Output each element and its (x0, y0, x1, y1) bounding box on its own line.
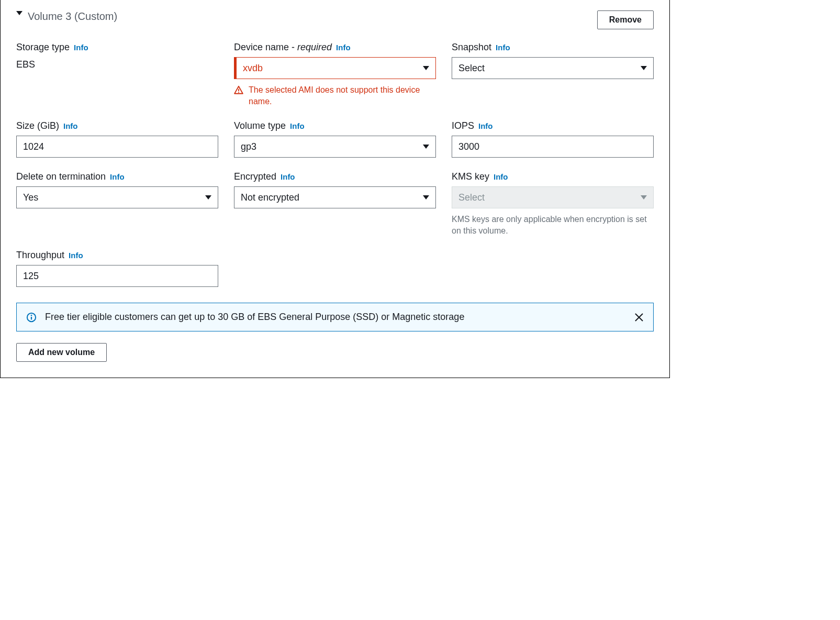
encrypted-field: Encrypted Info Not encrypted (234, 171, 436, 236)
size-input[interactable]: 1024 (16, 136, 218, 158)
throughput-info-link[interactable]: Info (69, 251, 83, 260)
encrypted-select[interactable]: Not encrypted (234, 186, 436, 208)
device-name-select[interactable]: xvdb (234, 57, 436, 79)
device-name-field: Device name - required Info xvdb The sel… (234, 42, 436, 107)
kms-key-help-text: KMS keys are only applicable when encryp… (452, 214, 654, 236)
encrypted-value: Not encrypted (241, 192, 299, 203)
add-new-volume-button[interactable]: Add new volume (16, 343, 107, 362)
collapse-caret-icon[interactable] (16, 11, 23, 15)
panel-header: Volume 3 (Custom) Remove (1, 0, 669, 35)
chevron-down-icon (205, 195, 211, 200)
volume-type-info-link[interactable]: Info (290, 121, 305, 130)
chevron-down-icon (423, 195, 429, 200)
encrypted-info-link[interactable]: Info (281, 172, 295, 181)
kms-key-field: KMS key Info Select KMS keys are only ap… (452, 171, 654, 236)
throughput-label: Throughput (16, 250, 64, 261)
panel-header-left: Volume 3 (Custom) (16, 10, 117, 23)
device-name-value: xvdb (243, 63, 263, 74)
iops-value: 3000 (458, 141, 479, 152)
iops-field: IOPS Info 3000 (452, 120, 654, 158)
chevron-down-icon (641, 195, 647, 200)
iops-info-link[interactable]: Info (478, 121, 493, 130)
panel-footer: Add new volume (1, 343, 669, 362)
size-field: Size (GiB) Info 1024 (16, 120, 218, 158)
volume-type-value: gp3 (241, 141, 256, 152)
volume-type-label: Volume type (234, 120, 286, 131)
close-icon[interactable] (634, 313, 644, 322)
storage-type-info-link[interactable]: Info (74, 43, 88, 52)
warning-triangle-icon (234, 85, 243, 95)
kms-key-label: KMS key (452, 171, 489, 182)
alert-message: Free tier eligible customers can get up … (45, 312, 626, 323)
chevron-down-icon (423, 66, 429, 70)
delete-on-termination-label: Delete on termination (16, 171, 106, 182)
storage-type-label: Storage type (16, 42, 70, 53)
iops-label: IOPS (452, 120, 474, 131)
encrypted-label: Encrypted (234, 171, 276, 182)
storage-type-value: EBS (16, 57, 218, 70)
kms-key-info-link[interactable]: Info (494, 172, 508, 181)
fields-grid: Storage type Info EBS Device name - requ… (1, 35, 669, 287)
kms-key-select: Select (452, 186, 654, 208)
free-tier-alert: Free tier eligible customers can get up … (16, 303, 654, 331)
snapshot-label: Snapshot (452, 42, 491, 53)
size-info-link[interactable]: Info (63, 121, 78, 130)
iops-input[interactable]: 3000 (452, 136, 654, 158)
storage-type-field: Storage type Info EBS (16, 42, 218, 107)
info-icon (26, 312, 37, 323)
remove-button[interactable]: Remove (597, 10, 654, 29)
size-label: Size (GiB) (16, 120, 59, 131)
snapshot-value: Select (458, 63, 485, 74)
throughput-value: 125 (23, 271, 39, 282)
svg-point-1 (238, 92, 239, 93)
chevron-down-icon (641, 66, 647, 70)
throughput-input[interactable]: 125 (16, 265, 218, 287)
snapshot-field: Snapshot Info Select (452, 42, 654, 107)
volume-panel: Volume 3 (Custom) Remove Storage type In… (0, 0, 670, 378)
device-name-error: The selected AMI does not support this d… (234, 84, 436, 107)
volume-type-field: Volume type Info gp3 (234, 120, 436, 158)
size-value: 1024 (23, 141, 44, 152)
delete-on-termination-value: Yes (23, 192, 38, 203)
chevron-down-icon (423, 145, 429, 149)
svg-point-3 (31, 315, 32, 316)
volume-type-select[interactable]: gp3 (234, 136, 436, 158)
delete-on-termination-field: Delete on termination Info Yes (16, 171, 218, 236)
throughput-field: Throughput Info 125 (16, 250, 218, 287)
kms-key-value: Select (458, 192, 485, 203)
device-name-info-link[interactable]: Info (336, 43, 351, 52)
delete-on-termination-select[interactable]: Yes (16, 186, 218, 208)
snapshot-select[interactable]: Select (452, 57, 654, 79)
device-name-label: Device name - required (234, 42, 332, 53)
panel-title: Volume 3 (Custom) (28, 10, 117, 23)
snapshot-info-link[interactable]: Info (496, 43, 510, 52)
delete-on-termination-info-link[interactable]: Info (110, 172, 125, 181)
